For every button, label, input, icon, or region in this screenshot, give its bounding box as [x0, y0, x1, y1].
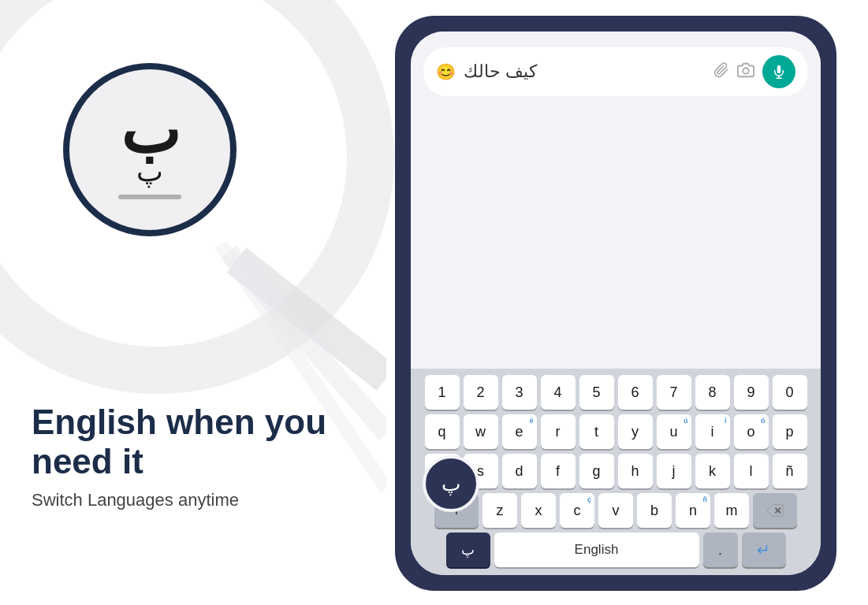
key-row-qwerty: q w eé r t y uú ií oó p: [415, 414, 816, 449]
key-row-bottom: پ English . ↵: [415, 533, 816, 567]
phone-top: 😊 كيف حالك: [411, 32, 821, 369]
paperclip-icon[interactable]: [713, 62, 729, 82]
circle-underline: [118, 195, 181, 199]
key-9[interactable]: 9: [734, 375, 769, 410]
key-h[interactable]: h: [618, 454, 653, 488]
key-x[interactable]: x: [521, 493, 556, 528]
key-n[interactable]: nñ: [676, 493, 710, 528]
arabic-text-input: كيف حالك: [464, 61, 537, 82]
space-label: English: [575, 542, 619, 558]
search-left: 😊 كيف حالك: [436, 61, 713, 82]
key-m[interactable]: m: [714, 493, 749, 528]
key-j[interactable]: j: [657, 454, 691, 488]
key-row-zxcv: z x cç v b nñ m: [415, 493, 816, 528]
headline-line1: English when you: [32, 403, 326, 441]
key-v[interactable]: v: [598, 493, 633, 528]
key-t[interactable]: t: [579, 414, 614, 449]
lang-switcher-circle[interactable]: پ: [423, 455, 479, 512]
arabic-letter-large: ب: [121, 100, 180, 163]
search-bar: 😊 كيف حالك: [423, 47, 808, 96]
camera-icon[interactable]: [737, 61, 754, 83]
key-w[interactable]: w: [464, 414, 498, 449]
key-y[interactable]: y: [618, 414, 653, 449]
key-3[interactable]: 3: [502, 375, 537, 410]
subheadline: Switch Languages anytime: [32, 490, 326, 510]
headline: English when you need it: [32, 403, 326, 482]
key-8[interactable]: 8: [695, 375, 730, 410]
key-e[interactable]: eé: [502, 414, 537, 449]
key-c[interactable]: cç: [560, 493, 594, 528]
lang-switcher-char: پ: [441, 472, 460, 496]
key-o[interactable]: oó: [734, 414, 769, 449]
key-g[interactable]: g: [579, 454, 614, 488]
key-b[interactable]: b: [637, 493, 672, 528]
key-4[interactable]: 4: [541, 375, 576, 410]
backspace-key[interactable]: [753, 493, 797, 528]
key-6[interactable]: 6: [618, 375, 653, 410]
key-row-numbers: 1 2 3 4 5 6 7 8 9 0: [415, 375, 816, 410]
text-content: English when you need it Switch Language…: [32, 403, 326, 510]
arabic-letter-circle: ب پ: [63, 63, 237, 236]
return-key[interactable]: ↵: [742, 533, 786, 567]
period-key[interactable]: .: [703, 533, 738, 567]
key-u[interactable]: uú: [657, 414, 691, 449]
key-1[interactable]: 1: [425, 375, 460, 410]
key-f[interactable]: f: [541, 454, 576, 488]
language-key[interactable]: پ: [446, 533, 490, 567]
key-r[interactable]: r: [541, 414, 576, 449]
key-7[interactable]: 7: [657, 375, 691, 410]
space-key[interactable]: English: [494, 533, 699, 567]
key-z[interactable]: z: [482, 493, 517, 528]
key-q[interactable]: q: [425, 414, 460, 449]
mic-button[interactable]: [762, 55, 795, 88]
key-p[interactable]: p: [773, 414, 807, 449]
key-l[interactable]: l: [734, 454, 769, 488]
key-0[interactable]: 0: [773, 375, 807, 410]
arabic-letter-small: پ: [136, 155, 163, 188]
key-2[interactable]: 2: [464, 375, 498, 410]
headline-line2: need it: [32, 442, 143, 481]
key-n-tilde[interactable]: ñ: [773, 454, 807, 488]
key-i[interactable]: ií: [695, 414, 730, 449]
key-d[interactable]: d: [502, 454, 537, 488]
search-icons: [713, 55, 795, 88]
key-5[interactable]: 5: [579, 375, 614, 410]
emoji-icon[interactable]: 😊: [436, 62, 456, 81]
key-k[interactable]: k: [695, 454, 730, 488]
svg-point-3: [743, 68, 748, 73]
